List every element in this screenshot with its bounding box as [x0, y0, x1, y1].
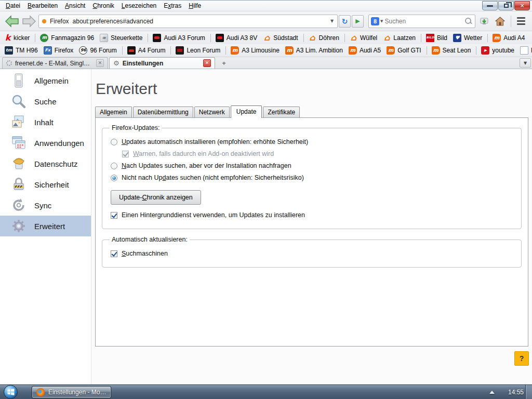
sidebar-item-anwendungen[interactable]: Anwendungen: [0, 132, 91, 153]
bookmark-item[interactable]: mA3 Limousine: [229, 45, 281, 56]
menu-panel-button[interactable]: [514, 16, 528, 27]
downloads-button[interactable]: [477, 15, 491, 28]
go-button[interactable]: ▶: [352, 15, 364, 28]
bookmarks-toolbar-row1: kkicker mFanmagazin 96 ≈Steuerkette Audi…: [0, 31, 532, 44]
bookmark-separator: [476, 46, 476, 55]
tab-allgemein[interactable]: Allgemein: [95, 107, 132, 117]
checkbox-background-service[interactable]: Einen Hintergrunddienst verwenden, um Up…: [111, 211, 515, 219]
a4-forum-icon: [127, 46, 136, 55]
show-desktop-button[interactable]: [525, 385, 532, 399]
tab-netzwerk[interactable]: Netzwerk: [194, 107, 230, 117]
search-bar[interactable]: 8 ▼: [368, 15, 475, 28]
url-text: about:preferences#advanced: [73, 18, 153, 25]
sidebar-item-allgemein[interactable]: Allgemein: [0, 70, 91, 91]
menu-hilfe[interactable]: Hilfe: [185, 1, 205, 10]
start-button[interactable]: [4, 385, 18, 399]
bookmark-item[interactable]: ≈Steuerkette: [98, 33, 144, 43]
privacy-mask-icon: [10, 155, 27, 172]
bookmark-item[interactable]: Audi A3 Forum: [151, 33, 206, 43]
tab-freenet[interactable]: freenet.de - E-Mail, Singles, ... ✕: [2, 57, 108, 69]
urlbar-dropdown-icon[interactable]: ▼: [328, 16, 336, 27]
sidebar-item-inhalt[interactable]: Inhalt: [0, 112, 91, 132]
new-tab-button[interactable]: +: [217, 58, 231, 68]
sidebar-item-sync[interactable]: Sync: [0, 195, 91, 216]
search-icon[interactable]: [464, 17, 473, 25]
search-engine-dropdown-icon[interactable]: ▼: [380, 19, 383, 23]
bookmark-item[interactable]: ♥Wetter: [451, 33, 484, 43]
radio-icon: [111, 139, 117, 145]
bookmark-item[interactable]: ⌂Laatzen: [381, 33, 417, 43]
checkbox-warn-addon[interactable]: Warnen, falls dadurch ein Add-on deaktiv…: [122, 150, 515, 157]
bookmark-item[interactable]: ⌂Döhren: [307, 33, 341, 43]
menu-datei[interactable]: Datei: [2, 1, 24, 10]
security-lock-icon: [10, 176, 27, 193]
bookmark-item[interactable]: mAudi A4: [491, 33, 526, 43]
tab-zertifikate[interactable]: Zertifikate: [263, 107, 300, 117]
home-button[interactable]: [493, 15, 507, 28]
help-button[interactable]: ?: [514, 351, 529, 366]
radio-check-ask[interactable]: Nach Updates suchen, aber vor der Instal…: [111, 162, 515, 169]
bookmark-item[interactable]: 9696 Forum: [77, 45, 118, 56]
radio-auto-install[interactable]: Updates automatisch installieren (empfoh…: [111, 138, 515, 145]
bookmark-item[interactable]: mFanmagazin 96: [38, 33, 96, 43]
taskbar-clock[interactable]: 14:55: [508, 389, 524, 396]
bookmark-item[interactable]: mSeat Leon: [430, 45, 473, 56]
preferences-main: Erweitert Allgemein Datenübermittlung Ne…: [91, 69, 532, 384]
identity-label: Firefox: [50, 18, 69, 25]
search-engine-icon[interactable]: 8: [371, 17, 379, 25]
tab-close-icon[interactable]: ✕: [203, 59, 211, 67]
menu-ansicht[interactable]: Ansicht: [61, 1, 89, 10]
bookmark-item[interactable]: Route: [518, 45, 532, 56]
steuerkette-icon: ≈: [100, 34, 108, 42]
bookmark-item[interactable]: ⌂Wülfel: [348, 33, 379, 43]
menu-chronik[interactable]: Chronik: [89, 1, 117, 10]
sidebar-item-suche[interactable]: Suche: [0, 91, 91, 112]
sidebar-item-sicherheit[interactable]: Sicherheit: [0, 174, 91, 195]
menu-lesezeichen[interactable]: Lesezeichen: [118, 1, 160, 10]
back-arrow-icon: [5, 15, 19, 28]
bookmark-item[interactable]: mA3 Lim. Ambition: [284, 45, 344, 56]
motortalk-icon: m: [432, 46, 440, 55]
reload-icon: ↻: [342, 18, 348, 25]
update-history-button[interactable]: Update-Chronik anzeigen: [111, 190, 201, 205]
forward-arrow-icon: [22, 15, 36, 28]
bookmark-item[interactable]: kkicker: [3, 33, 31, 43]
radio-never-check[interactable]: Nicht nach Updates suchen (nicht empfohl…: [111, 174, 515, 181]
toolbar-separator: [511, 16, 511, 27]
menu-extras[interactable]: Extras: [160, 1, 185, 10]
bookmark-item[interactable]: ⌂Südstadt: [261, 33, 299, 43]
sidebar-item-datenschutz[interactable]: Datenschutz: [0, 153, 91, 174]
bookmark-item[interactable]: tmTM H96: [3, 45, 39, 56]
bookmark-separator: [427, 46, 427, 55]
restore-button[interactable]: [498, 1, 514, 10]
menu-bearbeiten[interactable]: Bearbeiten: [24, 1, 61, 10]
bookmark-item[interactable]: FxFirefox: [42, 45, 75, 56]
checkbox-search-engines[interactable]: Suchmaschinen: [111, 250, 515, 257]
search-input[interactable]: [384, 18, 464, 25]
system-tray: 14:55: [489, 385, 524, 399]
content-icon: [10, 114, 27, 130]
forward-button[interactable]: [21, 14, 37, 29]
bookmark-item[interactable]: A4 Forum: [126, 45, 167, 56]
bookmark-item[interactable]: mAudi A5: [347, 45, 382, 56]
bookmark-item[interactable]: Audi A3 8V: [214, 33, 259, 43]
taskbar-button-firefox[interactable]: Einstellungen - Mozil...: [32, 386, 111, 398]
bookmark-item[interactable]: mGolf GTI: [385, 45, 422, 56]
sidebar-item-erweitert[interactable]: Erweitert: [0, 216, 91, 236]
reload-button[interactable]: ↻: [339, 15, 351, 28]
bookmark-item[interactable]: BILDBild: [424, 33, 449, 43]
bookmarks-toolbar-row2: tmTM H96 FxFirefox 9696 Forum A4 Forum L…: [0, 44, 532, 57]
tab-datenuebermittlung[interactable]: Datenübermittlung: [133, 107, 193, 117]
show-hidden-icons-button[interactable]: [489, 391, 495, 394]
bookmark-item[interactable]: Leon Forum: [174, 45, 222, 56]
bookmark-item[interactable]: ▶youtube: [480, 45, 516, 56]
update-tab-panel: Firefox-Updates: Updates automatisch ins…: [95, 117, 528, 347]
url-bar[interactable]: Firefox about:preferences#advanced ▼: [38, 15, 338, 28]
tab-einstellungen[interactable]: ⚙ Einstellungen ✕: [109, 57, 215, 69]
back-button[interactable]: [4, 14, 20, 29]
tab-close-icon[interactable]: ✕: [96, 59, 104, 67]
minimize-button[interactable]: [482, 1, 498, 10]
list-all-tabs-button[interactable]: ▼: [520, 58, 531, 68]
tab-update[interactable]: Update: [231, 105, 262, 118]
close-button[interactable]: ✕: [514, 1, 530, 10]
